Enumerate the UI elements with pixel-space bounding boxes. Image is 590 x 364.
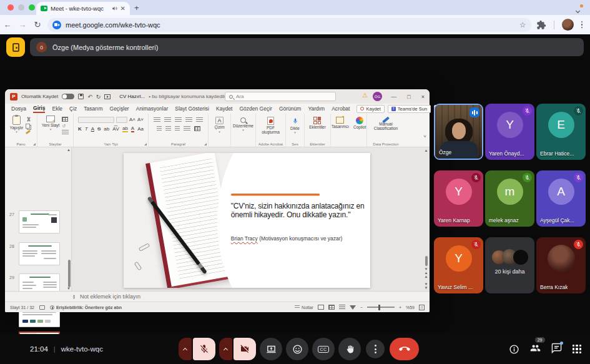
- menu-giris[interactable]: Giriş: [33, 105, 45, 113]
- menu-slayt-gosterisi[interactable]: Slayt Gösterisi: [175, 106, 209, 112]
- start-slideshow-icon[interactable]: [104, 94, 111, 99]
- participant-tile-yaren-onayd[interactable]: Y Yaren Önayd...: [485, 104, 534, 160]
- ppt-restore-icon[interactable]: □: [407, 94, 410, 100]
- captions-button[interactable]: CC: [312, 338, 335, 360]
- undo-icon[interactable]: ↶: [87, 94, 92, 100]
- numbering-icon[interactable]: [164, 117, 171, 122]
- format-painter-icon[interactable]: [26, 130, 31, 134]
- participant-tile-yaren-karnap[interactable]: Y Yaren Karnap: [434, 170, 483, 227]
- mic-mute-button[interactable]: [193, 338, 215, 360]
- font-name-select[interactable]: [78, 117, 114, 123]
- menu-yardim[interactable]: Yardım: [308, 106, 325, 112]
- extensions-icon[interactable]: [536, 20, 546, 30]
- cut-icon[interactable]: [26, 117, 32, 122]
- slideshow-view-icon[interactable]: [350, 305, 356, 310]
- autosave-toggle[interactable]: [62, 94, 74, 99]
- close-window-button[interactable]: [7, 4, 14, 11]
- zoom-slider[interactable]: [367, 307, 395, 308]
- strikethrough-icon[interactable]: S: [97, 127, 101, 132]
- current-slide[interactable]: "CV'niz, sizin hakkınızda anlatacağınız …: [124, 153, 370, 288]
- notes-placeholder[interactable]: Not eklemek için tıklayın: [80, 293, 140, 300]
- copy-icon[interactable]: [26, 124, 30, 129]
- thumbs-scroll-up-icon[interactable]: ▲: [66, 148, 71, 152]
- participants-button[interactable]: 29: [530, 343, 541, 356]
- ppt-account-avatar[interactable]: ÖG: [373, 92, 382, 101]
- previous-slide-icon[interactable]: ▲▲: [424, 271, 428, 278]
- participant-tile-yavuz[interactable]: Y Yavuz Selim ...: [434, 237, 483, 293]
- reset-icon[interactable]: ↺: [62, 124, 69, 129]
- address-bar[interactable]: meet.google.com/wke-tvto-wqc ☆: [47, 18, 531, 32]
- forward-button[interactable]: →: [15, 20, 30, 29]
- columns-icon[interactable]: [194, 126, 200, 131]
- redo-icon[interactable]: ↻: [96, 94, 101, 100]
- reading-view-icon[interactable]: [339, 305, 345, 310]
- align-right-icon[interactable]: [175, 126, 180, 131]
- new-tab-button[interactable]: +: [134, 3, 139, 12]
- participant-tile-berra[interactable]: Berra Kızak: [536, 237, 586, 293]
- canvas-scrollbar[interactable]: ▲ ▼ ▲▲ ▼▼: [424, 149, 428, 290]
- change-case-icon[interactable]: Aa: [137, 127, 144, 132]
- dictate-button[interactable]: Dikte▾: [290, 117, 300, 135]
- menu-gorunum[interactable]: Görünüm: [279, 106, 301, 112]
- warning-icon[interactable]: ⚠: [362, 92, 368, 99]
- collapse-ribbon-icon[interactable]: ˅: [423, 134, 426, 139]
- site-info-icon[interactable]: [52, 21, 61, 29]
- slide-thumbnail-28[interactable]: [19, 242, 60, 265]
- menu-animasyonlar[interactable]: Animasyonlar: [136, 106, 169, 112]
- notes-pane[interactable]: ▲▼ Not eklemek için tıklayın: [5, 291, 430, 302]
- new-slide-button[interactable]: Yeni Slayt▾: [42, 116, 60, 135]
- pdf-create-button[interactable]: PDF oluşturma: [258, 117, 283, 135]
- profile-avatar[interactable]: [562, 19, 574, 31]
- camera-options-button[interactable]: [219, 338, 232, 360]
- chat-button[interactable]: [551, 343, 562, 356]
- reactions-button[interactable]: [286, 338, 308, 360]
- slide-thumbnail-27[interactable]: [19, 210, 60, 234]
- back-button[interactable]: ←: [0, 20, 15, 29]
- paragraph-dialog-launcher[interactable]: [204, 143, 207, 145]
- align-left-icon[interactable]: [157, 126, 162, 131]
- menu-dosya[interactable]: Dosya: [11, 106, 26, 112]
- participant-tile-ebrar[interactable]: E Ebrar Hatice...: [536, 104, 586, 160]
- underline-icon[interactable]: A: [91, 127, 94, 132]
- present-screen-button[interactable]: [260, 338, 282, 360]
- more-options-button[interactable]: [366, 340, 385, 358]
- pano-dialog-launcher[interactable]: [33, 143, 36, 145]
- section-icon[interactable]: [62, 130, 69, 135]
- reload-button[interactable]: ↻: [30, 20, 45, 29]
- display-settings-icon[interactable]: [39, 305, 45, 310]
- notes-splitter-icon[interactable]: ▲▼: [72, 294, 76, 299]
- designer-button[interactable]: Tasarımcı: [332, 117, 349, 129]
- bookmark-star-icon[interactable]: ☆: [519, 21, 526, 29]
- zoom-out-icon[interactable]: −: [360, 305, 363, 310]
- participant-tile-melek[interactable]: m melek aşnaz: [485, 170, 534, 227]
- bold-icon[interactable]: K: [78, 127, 82, 132]
- notes-toggle-button[interactable]: Notlar: [295, 305, 313, 310]
- browser-tab[interactable]: Meet - wke-tvto-wqc ✕: [36, 2, 130, 15]
- copilot-button[interactable]: Copilot: [353, 117, 366, 129]
- mic-options-button[interactable]: [179, 338, 192, 360]
- leave-call-button[interactable]: [390, 338, 419, 360]
- participant-tile-aysegul[interactable]: A Ayşegül Çak...: [536, 170, 586, 227]
- scroll-up-icon[interactable]: ▲: [424, 149, 428, 152]
- layout-icon[interactable]: [62, 117, 68, 122]
- url-text[interactable]: meet.google.com/wke-tvto-wqc: [66, 21, 515, 29]
- bullets-icon[interactable]: [154, 117, 160, 122]
- menu-gozden-gecir[interactable]: Gözden Geçir: [239, 106, 272, 112]
- font-size-select[interactable]: [116, 117, 127, 123]
- text-shadow-icon[interactable]: ab: [104, 127, 109, 132]
- ppt-minimize-icon[interactable]: —: [391, 94, 396, 100]
- editing-button[interactable]: Düzenleme▾: [233, 117, 253, 132]
- back-to-call-button[interactable]: [6, 37, 25, 57]
- font-color-icon[interactable]: A: [131, 126, 134, 132]
- align-center-icon[interactable]: [165, 126, 171, 131]
- browser-menu-icon[interactable]: [581, 21, 583, 29]
- tab-close-icon[interactable]: ✕: [120, 6, 125, 12]
- highlight-color-icon[interactable]: ab: [122, 126, 128, 132]
- menu-tasarim[interactable]: Tasarım: [84, 106, 102, 112]
- paste-button[interactable]: Yapıştır▾: [10, 116, 24, 134]
- tab-audio-icon[interactable]: [112, 6, 117, 11]
- menu-ciz[interactable]: Çiz: [69, 106, 77, 112]
- activities-button[interactable]: [573, 345, 582, 354]
- menu-kaydet[interactable]: Kaydet: [216, 106, 232, 112]
- justify-icon[interactable]: [184, 126, 190, 131]
